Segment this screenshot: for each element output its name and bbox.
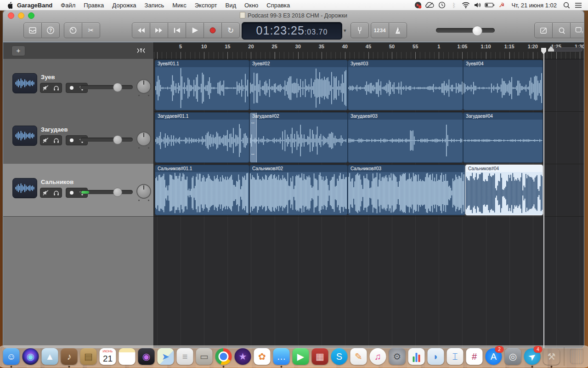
dock-item-finder[interactable]: ☺ [3, 348, 20, 365]
menu-item[interactable]: Запись [141, 2, 169, 9]
dock-item-screenshot-tool[interactable]: ◎ [504, 348, 522, 365]
metronome-button[interactable] [389, 23, 407, 38]
audio-region[interactable]: Зуев#04 [463, 60, 543, 110]
record-enable-button[interactable] [66, 136, 77, 145]
lcd-display[interactable]: 01:23:25:03.70 [242, 22, 342, 40]
track-name[interactable]: Зуев [41, 74, 55, 80]
audio-region[interactable]: Загудаев#04 [463, 112, 543, 163]
master-volume-slider[interactable] [436, 28, 495, 33]
track-name[interactable]: Загудаев [41, 126, 68, 133]
cloud-offline-icon[interactable] [425, 1, 435, 9]
dock-item-siri[interactable]: ◉ [22, 348, 40, 365]
play-button[interactable] [186, 23, 204, 38]
note-pad-button[interactable] [534, 23, 553, 38]
lcd-chevron-down-icon[interactable]: ▾ [344, 28, 346, 34]
menu-item[interactable]: Экспорт [191, 2, 221, 9]
menu-item[interactable]: Вид [221, 2, 241, 9]
dock-item-slack[interactable]: # [466, 348, 483, 365]
audio-region[interactable]: Загудаев#01.1 [155, 112, 249, 163]
dock-item-pages[interactable]: ✎ [350, 348, 368, 365]
smart-controls-button[interactable] [64, 23, 82, 38]
add-track-button[interactable]: + [11, 46, 25, 56]
dock-item-app-store[interactable]: A2 [485, 348, 503, 365]
track-row[interactable]: Загудаев [3, 111, 153, 164]
menu-bar-clock[interactable]: Чт, 21 июня 1:02 [509, 2, 560, 9]
dock-item-claw-grabber[interactable]: ⚒ [543, 348, 560, 365]
record-enable-button[interactable] [66, 83, 77, 92]
wifi-icon[interactable] [461, 1, 471, 9]
dock-item-telegram[interactable]: ➤4 [524, 348, 541, 365]
apple-menu-icon[interactable] [6, 2, 12, 9]
track-volume-slider[interactable] [80, 85, 133, 89]
track-avatar[interactable] [12, 126, 37, 146]
menu-item[interactable]: Окно [240, 2, 262, 9]
dock-item-printer[interactable]: ▭ [196, 348, 213, 365]
dock-item-trash[interactable] [568, 348, 586, 365]
track-row-selected[interactable]: Сальников [3, 164, 153, 217]
dock-item-photo-collage[interactable]: ▦ [311, 348, 329, 365]
track-volume-slider[interactable] [80, 138, 133, 142]
quick-help-button[interactable]: ? [42, 23, 60, 38]
audio-region[interactable]: Сальников#02 [249, 165, 348, 215]
count-in-button[interactable]: 1234 [371, 23, 389, 38]
editors-scissors-button[interactable]: ✂ [82, 23, 100, 38]
audio-region-selected[interactable]: Сальников#04 [465, 165, 543, 215]
dock-item-skype[interactable]: S [331, 348, 348, 365]
solo-headphones-button[interactable] [51, 83, 62, 92]
audio-region[interactable]: Зуев#01.1 [155, 60, 249, 110]
dock-item-keynote[interactable]: ⌶ [447, 348, 464, 365]
playhead-line[interactable] [543, 53, 544, 348]
pan-knob[interactable] [136, 184, 151, 199]
volume-icon[interactable] [473, 1, 483, 9]
track-volume-knob[interactable] [113, 83, 122, 92]
track-filter-icon[interactable] [135, 46, 147, 55]
dock-item-imovie[interactable]: ★ [234, 348, 252, 365]
rewind-button[interactable] [132, 23, 150, 38]
menu-item[interactable]: Микс [168, 2, 190, 9]
solo-headphones-button[interactable] [51, 136, 62, 145]
menu-item[interactable]: Файл [57, 2, 79, 9]
time-machine-icon[interactable] [437, 1, 447, 9]
audio-region[interactable]: Загудаев#03 [348, 112, 463, 163]
menu-item[interactable]: Правка [79, 2, 108, 9]
notification-center-icon[interactable] [573, 1, 583, 9]
track-name[interactable]: Сальников [41, 178, 74, 185]
timeline-ruler[interactable]: 51015202530354045505511:051:101:151:201:… [154, 42, 584, 59]
dock-item-system-preferences[interactable]: ⚙ [389, 348, 406, 365]
audio-region[interactable]: Зуев#03 [348, 60, 463, 110]
red-app-icon[interactable] [413, 1, 423, 9]
app-menu-name[interactable]: GarageBand [15, 2, 57, 9]
dock-item-textedit[interactable]: ≡ [176, 348, 194, 365]
dock-item-calendar[interactable]: июнь21 [99, 348, 117, 365]
bluetooth-icon[interactable]: ᛒ [449, 1, 459, 9]
pan-knob[interactable] [136, 132, 151, 146]
cycle-button[interactable]: ↻ [222, 23, 240, 38]
tuner-button[interactable] [351, 23, 369, 38]
dock-item-photos[interactable]: ✿ [254, 348, 271, 365]
master-volume-knob[interactable] [472, 26, 482, 36]
red-symbol-icon[interactable]: ☭ [497, 1, 507, 9]
dock-item-chrome[interactable] [215, 348, 232, 365]
pan-knob[interactable] [136, 79, 151, 94]
solo-headphones-button[interactable] [51, 188, 62, 197]
dock-item-photo-viewer[interactable]: ▲ [41, 348, 59, 365]
mute-button[interactable] [40, 83, 51, 92]
library-button[interactable] [23, 23, 42, 38]
record-enable-button[interactable] [66, 188, 77, 197]
horizontal-zoom-slider[interactable] [549, 47, 582, 52]
menu-item[interactable]: Справка [262, 2, 294, 9]
track-volume-knob[interactable] [113, 135, 122, 144]
forward-button[interactable] [150, 23, 168, 38]
record-button[interactable] [204, 23, 222, 38]
dock-item-facetime[interactable]: ▶ [292, 348, 310, 365]
audio-region[interactable]: Зуев#02 [249, 60, 348, 110]
region-trim-handle[interactable]: ↔↔ [250, 113, 257, 162]
dock-item-photo-booth[interactable]: ◉ [138, 348, 155, 365]
dock-item-contacts[interactable]: ▤ [80, 348, 97, 365]
track-row[interactable]: Зуев [3, 59, 153, 112]
mute-button[interactable] [40, 136, 51, 145]
dock-item-itunes[interactable]: ♫ [369, 348, 387, 365]
go-to-beginning-button[interactable] [168, 23, 186, 38]
search-icon[interactable] [561, 1, 571, 9]
battery-icon[interactable] [485, 1, 495, 9]
